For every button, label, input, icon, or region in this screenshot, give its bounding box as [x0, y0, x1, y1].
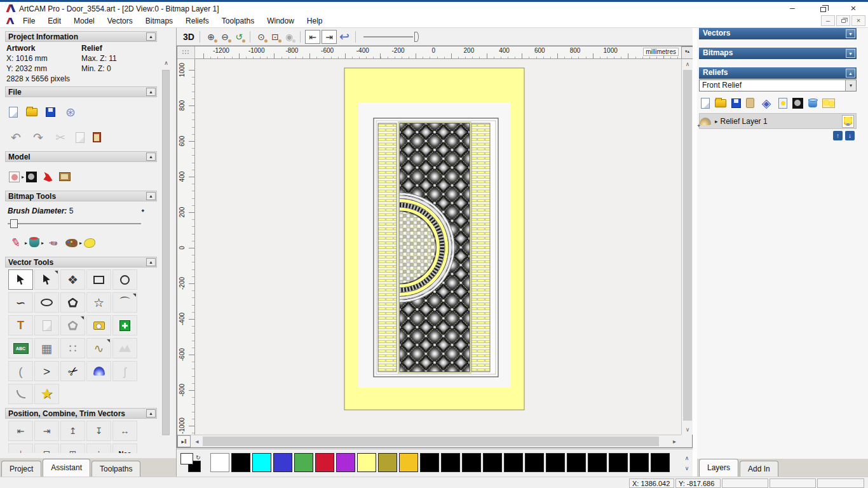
simplify-vectors-button[interactable]: [112, 338, 137, 358]
flyout-arrow-icon[interactable]: ▸: [79, 240, 82, 246]
menu-bitmaps[interactable]: Bitmaps: [139, 14, 179, 28]
palette-swatch-14[interactable]: [504, 453, 523, 472]
vertical-scrollbar[interactable]: ∧ ∨: [681, 59, 693, 435]
palette-swatch-18[interactable]: [588, 453, 607, 472]
zoom-previous-icon[interactable]: ↺: [232, 30, 246, 43]
minimize-button[interactable]: –: [778, 2, 807, 14]
zoom-out-icon[interactable]: ⊖: [218, 30, 232, 43]
palette-swatch-8[interactable]: [378, 453, 397, 472]
palette-swatch-6[interactable]: [336, 453, 355, 472]
paste-centre-button[interactable]: ⊞: [60, 444, 85, 453]
mdi-restore-button[interactable]: [836, 15, 850, 26]
trim-vectors-button[interactable]: ✂: [60, 361, 85, 381]
section-model[interactable]: Model ▲: [5, 151, 157, 162]
palette-swatch-2[interactable]: [252, 453, 271, 472]
tab-assistant[interactable]: Assistant: [43, 459, 90, 477]
section-project-information[interactable]: Project Information ▲: [5, 31, 157, 42]
bitmaps-header[interactable]: Bitmaps ▼: [699, 48, 857, 59]
palette-swatch-5[interactable]: [315, 453, 334, 472]
relief-preview-icon[interactable]: [778, 98, 787, 109]
zoom-slider-handle[interactable]: [414, 32, 419, 42]
colour-picker-icon[interactable]: ✎: [43, 233, 62, 252]
palette-scroll-up-icon[interactable]: ∧: [682, 453, 691, 463]
create-rectangle-button[interactable]: [86, 269, 111, 290]
collapse-button[interactable]: ▲: [146, 409, 156, 417]
menu-reliefs[interactable]: Reliefs: [179, 14, 215, 28]
save-relief-icon[interactable]: [731, 98, 741, 108]
palette-swatch-15[interactable]: [525, 453, 544, 472]
nesting-button[interactable]: Nes: [112, 444, 137, 453]
view-3d-icon[interactable]: 3D: [182, 30, 196, 43]
palette-swatch-13[interactable]: [483, 453, 502, 472]
scroll-right-icon[interactable]: ▸: [669, 435, 680, 447]
fit-spline-button[interactable]: ∿: [86, 338, 111, 358]
palette-swatch-0[interactable]: [210, 453, 229, 472]
slider-thumb[interactable]: [10, 219, 18, 228]
palette-swatch-4[interactable]: [294, 453, 313, 472]
palette-swatch-20[interactable]: [630, 453, 649, 472]
section-file[interactable]: File ▲: [5, 86, 157, 97]
move-layer-down-button[interactable]: ↓: [845, 131, 855, 140]
panel-scrollbar[interactable]: ∧ ∨: [161, 58, 172, 477]
transfer-relief-layer-icon[interactable]: ◈: [759, 97, 773, 109]
relief-greyscale-icon[interactable]: [792, 98, 803, 109]
palette-scroll-down-icon[interactable]: ∨: [682, 463, 691, 473]
expand-down-button[interactable]: ▼: [846, 29, 855, 38]
redo-icon[interactable]: ↷: [31, 131, 45, 144]
title-bar[interactable]: ArtCAM Pro - Door_3554.art - [2D View:0 …: [0, 0, 868, 14]
create-ellipse-button[interactable]: [34, 292, 59, 313]
create-star-button[interactable]: ☆: [86, 292, 111, 313]
greyscale-preview-icon[interactable]: [26, 172, 37, 182]
join-vectors-button[interactable]: ʃ: [112, 361, 137, 381]
delete-relief-layer-icon[interactable]: [808, 99, 817, 107]
create-vector-boundary-button[interactable]: [112, 315, 137, 336]
envelope-distort-button[interactable]: ▦: [34, 338, 59, 358]
transform-vectors-button[interactable]: ❖: [60, 269, 85, 290]
save-model-icon[interactable]: [46, 107, 55, 117]
create-text-button[interactable]: T: [8, 315, 33, 336]
tab-project[interactable]: Project: [1, 461, 41, 477]
create-circle-button[interactable]: [112, 269, 137, 290]
align-left-button[interactable]: ⇤: [8, 421, 33, 441]
block-paste-button[interactable]: ∷: [60, 338, 85, 358]
mdi-close-button[interactable]: ×: [851, 15, 865, 26]
measure-tool-button[interactable]: [86, 315, 111, 336]
relief-layer-combobox[interactable]: Front Relief ▾: [699, 79, 857, 92]
wrap-vectors-button[interactable]: ★: [34, 384, 59, 404]
tab-toolpaths[interactable]: Toolpaths: [92, 461, 140, 477]
palette-swatch-7[interactable]: [357, 453, 376, 472]
align-centre-horizontal-button[interactable]: ↔: [112, 421, 137, 441]
align-centre-vertical-button[interactable]: ⊥: [8, 444, 33, 453]
collapse-button[interactable]: ▲: [146, 88, 156, 96]
primary-colour-swatch[interactable]: [180, 453, 193, 464]
vector-doctor-button[interactable]: [34, 315, 59, 336]
new-model-icon[interactable]: [9, 107, 18, 118]
fit-arcs-button[interactable]: (: [8, 361, 33, 381]
pan-view-icon[interactable]: ↩: [337, 30, 351, 43]
wrap-text-abc-button[interactable]: ABC: [8, 338, 33, 358]
brush-diameter-slider[interactable]: [8, 219, 141, 228]
ruler-corner-button[interactable]: [177, 46, 195, 59]
move-layer-up-button[interactable]: ↑: [833, 131, 843, 140]
select-vectors-button[interactable]: [8, 269, 33, 290]
tab-add-in[interactable]: Add In: [740, 461, 778, 477]
pane-split-button[interactable]: ▸‖: [177, 435, 191, 447]
scroll-down-icon[interactable]: ∨: [682, 424, 693, 435]
section-position-combine-trim[interactable]: Position, Combine, Trim Vectors ▲: [5, 408, 157, 419]
palette-swatch-16[interactable]: [546, 453, 565, 472]
align-top-button[interactable]: ↥: [60, 421, 85, 441]
slice-vectors-button[interactable]: [8, 384, 33, 404]
combo-dropdown-icon[interactable]: ▾: [845, 80, 856, 91]
node-editing-button[interactable]: [34, 269, 59, 290]
scroll-thumb[interactable]: [203, 437, 659, 446]
scroll-left-icon[interactable]: ◂: [192, 435, 202, 447]
palette-swatch-11[interactable]: [441, 453, 460, 472]
flyout-arrow-icon[interactable]: ▸: [25, 240, 27, 246]
drawing-canvas[interactable]: [195, 59, 681, 435]
tab-layers[interactable]: Layers: [699, 459, 738, 477]
create-arc-button[interactable]: ⌒: [112, 292, 137, 313]
palette-scroll[interactable]: ∧ ∨: [682, 453, 691, 473]
expand-down-button[interactable]: ▼: [846, 49, 855, 58]
create-bisector-button[interactable]: >: [34, 361, 59, 381]
collapse-button[interactable]: ▲: [146, 192, 156, 200]
